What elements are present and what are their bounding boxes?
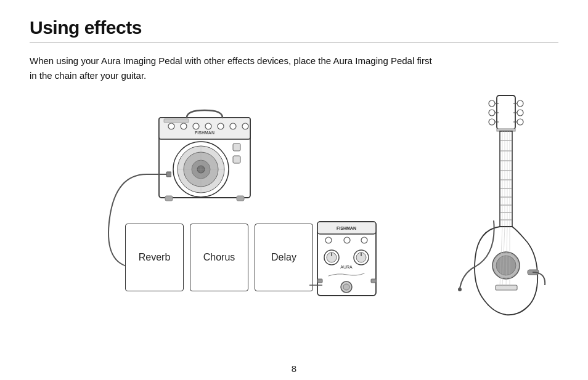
svg-point-29 — [325, 237, 332, 243]
reverb-pedal: Reverb — [125, 224, 184, 291]
svg-rect-58 — [500, 131, 512, 230]
svg-rect-19 — [233, 156, 240, 163]
fishman-aura-pedal: FISHMAN AURA — [316, 220, 375, 294]
svg-text:FISHMAN: FISHMAN — [337, 226, 356, 230]
description-text: When using your Aura Imaging Pedal with … — [30, 54, 436, 83]
svg-point-30 — [344, 237, 350, 243]
svg-point-55 — [517, 119, 523, 125]
svg-rect-42 — [371, 279, 376, 283]
svg-rect-9 — [164, 119, 189, 123]
svg-rect-44 — [497, 95, 515, 129]
pedals-row: Reverb Chorus Delay — [125, 224, 313, 291]
svg-point-51 — [517, 100, 523, 107]
svg-text:FISHMAN: FISHMAN — [195, 131, 214, 135]
svg-point-45 — [489, 100, 495, 107]
guitar-cable — [457, 217, 506, 291]
svg-point-49 — [489, 119, 495, 125]
svg-point-40 — [343, 284, 349, 290]
page-number: 8 — [292, 363, 296, 374]
svg-point-31 — [361, 237, 367, 243]
svg-point-3 — [181, 123, 187, 129]
delay-pedal: Delay — [255, 224, 313, 291]
svg-rect-18 — [233, 144, 240, 151]
page-container: Using effects When using your Aura Imagi… — [0, 0, 588, 380]
title-divider — [30, 42, 558, 42]
svg-point-6 — [218, 123, 224, 129]
page-title: Using effects — [30, 17, 558, 38]
chorus-pedal: Chorus — [190, 224, 248, 291]
svg-rect-21 — [237, 196, 244, 201]
svg-point-5 — [205, 123, 211, 129]
svg-point-47 — [489, 110, 495, 116]
svg-text:AURA: AURA — [340, 265, 353, 269]
svg-point-4 — [193, 123, 199, 129]
svg-point-2 — [168, 123, 174, 129]
cable-illustration — [91, 168, 159, 205]
svg-rect-25 — [166, 172, 171, 177]
svg-point-53 — [517, 110, 523, 116]
diagram-area: FISHMAN — [30, 94, 558, 328]
svg-point-8 — [242, 123, 248, 129]
svg-point-82 — [458, 288, 462, 291]
svg-point-7 — [230, 123, 236, 129]
connection-cable — [308, 276, 324, 294]
